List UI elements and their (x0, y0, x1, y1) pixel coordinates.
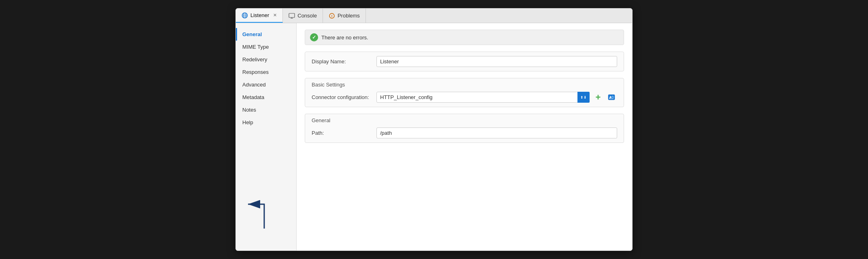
edit-connector-button[interactable] (607, 92, 617, 103)
tab-listener-label: Listener (250, 12, 269, 18)
globe-icon (242, 12, 248, 19)
display-name-section: Display Name: (305, 52, 624, 71)
display-name-row: Display Name: (305, 52, 624, 71)
path-input[interactable] (376, 127, 617, 138)
status-message: There are no errors. (321, 35, 368, 41)
arrow-annotation (240, 192, 272, 234)
pencil-icon (608, 94, 616, 101)
tab-console[interactable]: Console (283, 9, 323, 23)
sidebar-item-metadata[interactable]: Metadata (236, 91, 296, 104)
add-connector-button[interactable]: + (593, 92, 603, 103)
status-bar: There are no errors. (305, 30, 624, 45)
tab-bar: Listener ✕ Console ! Problems (236, 9, 632, 23)
path-label: Path: (312, 130, 376, 136)
path-row: Path: (305, 123, 624, 142)
tab-problems[interactable]: ! Problems (323, 9, 366, 23)
connector-select-wrapper: HTTP_Listener_config + (376, 92, 617, 103)
svg-text:!: ! (331, 14, 332, 18)
sidebar-item-general[interactable]: General (236, 28, 296, 41)
display-name-label: Display Name: (312, 58, 376, 65)
general-section-header: General (305, 114, 624, 123)
sidebar-item-help[interactable]: Help (236, 116, 296, 129)
sidebar-item-advanced[interactable]: Advanced (236, 78, 296, 91)
sidebar-item-responses[interactable]: Responses (236, 66, 296, 78)
tab-listener[interactable]: Listener ✕ (236, 9, 283, 23)
warning-icon: ! (329, 13, 335, 19)
connector-select-container: HTTP_Listener_config (376, 92, 590, 103)
connector-label: Connector configuration: (312, 94, 376, 100)
sidebar: General MIME Type Redelivery Responses A… (236, 23, 297, 250)
connector-select[interactable]: HTTP_Listener_config (376, 92, 590, 103)
connector-row: Connector configuration: HTTP_Listener_c… (305, 88, 624, 107)
status-ok-icon (310, 33, 318, 41)
application-window: Listener ✕ Console ! Problems (235, 8, 633, 251)
basic-settings-header: Basic Settings (305, 78, 624, 88)
tab-console-label: Console (297, 13, 317, 19)
basic-settings-section: Basic Settings Connector configuration: … (305, 78, 624, 107)
sidebar-item-notes[interactable]: Notes (236, 104, 296, 116)
tab-close-button[interactable]: ✕ (273, 13, 277, 18)
content-area: There are no errors. Display Name: Basic… (297, 23, 632, 250)
general-section: General Path: (305, 114, 624, 143)
monitor-icon (289, 13, 295, 19)
sidebar-item-mime-type[interactable]: MIME Type (236, 41, 296, 53)
plus-icon: + (594, 93, 603, 102)
main-layout: General MIME Type Redelivery Responses A… (236, 23, 632, 250)
display-name-input[interactable] (376, 56, 617, 67)
svg-rect-5 (289, 13, 295, 17)
sidebar-item-redelivery[interactable]: Redelivery (236, 53, 296, 66)
tab-problems-label: Problems (338, 13, 360, 19)
